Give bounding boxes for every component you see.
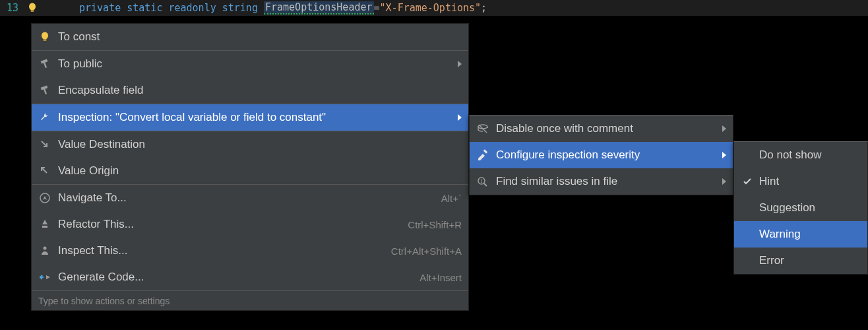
menu-label: To const — [58, 30, 462, 44]
menu-label: Configure inspection severity — [496, 148, 717, 162]
hammer-icon — [37, 82, 53, 98]
string-literal: "X-Frame-Options" — [380, 2, 481, 14]
menu-item-generate-code[interactable]: Generate Code... Alt+Insert — [32, 264, 468, 290]
menu-item-encapsulate[interactable]: Encapsulate field — [32, 77, 468, 104]
wrench-icon — [37, 110, 53, 125]
menu-label: Error — [759, 254, 861, 267]
menu-item-disable-once[interactable]: Disable once with comment — [470, 116, 733, 142]
arrow-down-right-icon — [37, 137, 53, 152]
context-menu-main[interactable]: To const To public Encapsulate field Ins… — [31, 23, 469, 311]
context-submenu-inspection[interactable]: Disable once with comment Configure insp… — [469, 115, 733, 195]
shortcut-text: Ctrl+Alt+Shift+A — [391, 246, 462, 257]
svg-rect-3 — [44, 39, 47, 41]
hammer-icon — [37, 56, 53, 72]
menu-item-inspection[interactable]: Inspection: "Convert local variable or f… — [32, 104, 468, 131]
inspector-icon — [37, 243, 53, 259]
svg-point-0 — [29, 3, 36, 11]
shortcut-text: Ctrl+Shift+R — [408, 219, 462, 230]
svg-rect-9 — [42, 226, 47, 228]
arrow-up-left-icon — [37, 163, 53, 179]
checkmark-icon — [739, 177, 755, 186]
svg-text:!: ! — [481, 178, 483, 184]
pen-ruler-icon — [475, 147, 491, 163]
bulb-icon — [37, 29, 53, 45]
keyword-private: private — [79, 2, 121, 14]
menu-footer: Type to show actions or settings — [32, 290, 468, 310]
keyword-readonly: readonly — [168, 2, 216, 14]
menu-label: To public — [58, 57, 452, 71]
menu-label: Do not show — [759, 148, 861, 162]
code-text[interactable]: private static readonly string FrameOpti… — [41, 1, 487, 15]
menu-item-inspect-this[interactable]: Inspect This... Ctrl+Alt+Shift+A — [32, 238, 468, 264]
menu-label: Inspection: "Convert local variable or f… — [58, 111, 452, 124]
generate-icon — [37, 269, 53, 285]
severity-suggestion[interactable]: Suggestion — [734, 195, 867, 221]
operator-equals: = — [374, 2, 380, 14]
menu-label: Warning — [759, 228, 861, 241]
menu-label: Suggestion — [759, 201, 861, 214]
svg-rect-7 — [44, 88, 47, 94]
menu-label: Inspect This... — [58, 244, 385, 257]
submenu-arrow-icon — [722, 178, 726, 185]
severity-error[interactable]: Error — [734, 248, 867, 274]
search-error-icon: ! — [475, 174, 491, 189]
compass-icon — [37, 190, 53, 206]
menu-label: Hint — [759, 175, 861, 188]
menu-item-refactor-this[interactable]: Refactor This... Ctrl+Shift+R — [32, 211, 468, 238]
svg-point-10 — [44, 247, 47, 250]
severity-do-not-show[interactable]: Do not show — [734, 142, 867, 168]
type-string: string — [222, 2, 258, 14]
menu-item-to-const[interactable]: To const — [32, 24, 468, 50]
submenu-arrow-icon — [722, 125, 726, 132]
lightbulb-icon[interactable] — [24, 2, 41, 14]
submenu-arrow-icon — [458, 61, 462, 67]
menu-item-value-destination[interactable]: Value Destination — [32, 131, 468, 158]
menu-item-navigate-to[interactable]: Navigate To... Alt+` — [32, 185, 468, 211]
code-line[interactable]: 13 private static readonly string FrameO… — [0, 0, 868, 16]
line-number: 13 — [0, 0, 24, 16]
severity-warning[interactable]: Warning — [734, 221, 867, 248]
shortcut-text: Alt+Insert — [419, 272, 462, 283]
menu-label: Value Origin — [58, 164, 462, 178]
svg-rect-1 — [31, 10, 34, 12]
severity-hint[interactable]: Hint — [734, 168, 867, 195]
context-submenu-severity[interactable]: Do not show Hint Suggestion Warning Erro… — [733, 141, 868, 275]
menu-label: Generate Code... — [58, 271, 413, 284]
disable-icon — [475, 121, 491, 137]
svg-point-2 — [42, 32, 48, 40]
menu-label: Encapsulate field — [58, 84, 462, 97]
menu-item-to-public[interactable]: To public — [32, 51, 468, 77]
submenu-arrow-icon — [458, 114, 462, 121]
identifier[interactable]: FrameOptionsHeader — [264, 1, 374, 15]
semicolon: ; — [481, 2, 487, 14]
shortcut-text: Alt+` — [441, 193, 462, 204]
menu-label: Refactor This... — [58, 218, 401, 231]
svg-line-15 — [484, 183, 487, 186]
refactor-icon — [37, 216, 53, 232]
menu-label: Disable once with comment — [496, 122, 717, 135]
menu-item-value-origin[interactable]: Value Origin — [32, 158, 468, 184]
menu-label: Navigate To... — [58, 191, 435, 205]
menu-label: Find similar issues in file — [496, 175, 717, 188]
menu-label: Value Destination — [58, 138, 462, 151]
menu-item-find-similar[interactable]: ! Find similar issues in file — [470, 168, 733, 195]
svg-rect-13 — [483, 149, 487, 153]
keyword-static: static — [127, 2, 162, 14]
svg-rect-5 — [44, 62, 47, 68]
menu-item-configure-severity[interactable]: Configure inspection severity — [470, 142, 733, 168]
submenu-arrow-icon — [722, 152, 726, 158]
